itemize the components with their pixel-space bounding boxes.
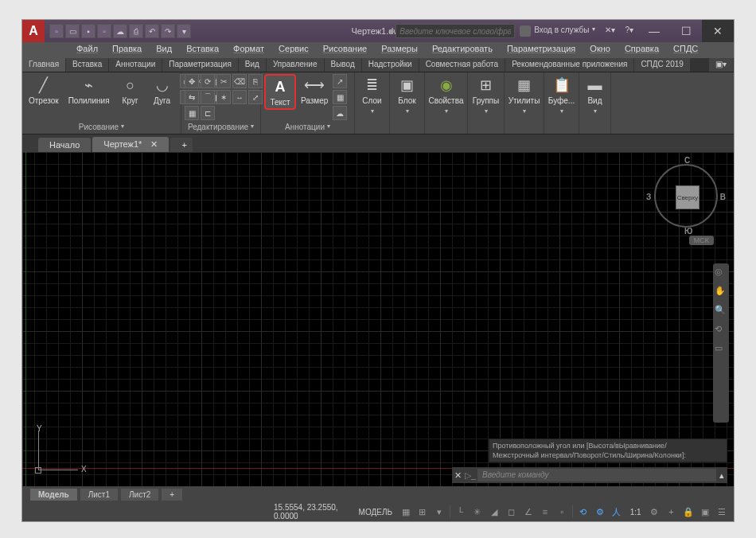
- qat-print-icon[interactable]: ⎙: [129, 24, 143, 38]
- menu-tools[interactable]: Сервис: [272, 42, 315, 58]
- tab-insert[interactable]: Вставка: [66, 58, 109, 72]
- login-button[interactable]: Вход в службы ▾: [520, 25, 595, 42]
- cmdline-expand-icon[interactable]: ▴: [716, 470, 727, 481]
- qat-cloud-icon[interactable]: ☁: [113, 24, 127, 38]
- exchange-icon[interactable]: ✕▾: [605, 25, 615, 42]
- menu-dims[interactable]: Размеры: [375, 42, 424, 58]
- block-button[interactable]: ▣Блок: [393, 74, 421, 107]
- ribbon-collapse-icon[interactable]: ▣▾: [709, 58, 734, 72]
- tab-collab[interactable]: Совместная работа: [419, 58, 506, 72]
- tab-drawing1[interactable]: Чертеж1* ✕: [92, 137, 169, 152]
- qat-saveas-icon[interactable]: ▫: [97, 24, 111, 38]
- sb-custom-icon[interactable]: ☰: [715, 505, 729, 519]
- nav-show-icon[interactable]: ▭: [715, 343, 727, 356]
- menu-file[interactable]: Файл: [70, 42, 104, 58]
- sb-more-icon[interactable]: ▾: [433, 505, 446, 519]
- layers-button[interactable]: ≣Слои: [358, 74, 386, 107]
- offset-icon[interactable]: ⊏: [201, 106, 215, 120]
- sb-model-label[interactable]: МОДЕЛЬ: [356, 508, 396, 517]
- sb-scale[interactable]: 1:1: [627, 508, 645, 517]
- sb-lock-icon[interactable]: 🔒: [681, 505, 695, 519]
- tab-addins[interactable]: Надстройки: [362, 58, 419, 72]
- clipboard-button[interactable]: 📋Буфе...: [548, 74, 575, 107]
- sb-fullscreen-icon[interactable]: ▣: [698, 505, 711, 519]
- groups-button[interactable]: ⊞Группы: [471, 74, 501, 107]
- sb-grid-icon[interactable]: ▦: [399, 505, 412, 519]
- tab-sheet1[interactable]: Лист1: [80, 489, 118, 501]
- qat-undo-icon[interactable]: ↶: [145, 24, 159, 38]
- menu-view[interactable]: Вид: [150, 42, 178, 58]
- menu-edit[interactable]: Правка: [106, 42, 148, 58]
- menu-draw[interactable]: Рисование: [317, 42, 373, 58]
- wcs-label[interactable]: МСК: [689, 236, 714, 245]
- sb-ann-icon[interactable]: ⚙: [593, 505, 606, 519]
- close-button[interactable]: ✕: [702, 20, 734, 42]
- array-icon[interactable]: ▦: [185, 106, 199, 120]
- cmdline-close-icon[interactable]: ✕: [452, 470, 463, 481]
- erase-icon[interactable]: ⌫: [232, 74, 247, 88]
- tab-annotate[interactable]: Аннотации: [109, 58, 162, 72]
- nav-wheel-icon[interactable]: ◎: [715, 267, 727, 279]
- line-button[interactable]: ╱Отрезок: [25, 74, 62, 107]
- stretch-icon[interactable]: ↔: [232, 90, 247, 104]
- sb-osnap-icon[interactable]: ◻: [505, 505, 518, 519]
- tab-model[interactable]: Модель: [30, 489, 77, 501]
- vc-east[interactable]: В: [720, 193, 726, 201]
- move-icon[interactable]: ✥: [185, 74, 199, 88]
- sb-snap-icon[interactable]: ⊞: [415, 505, 429, 519]
- nav-zoom-icon[interactable]: 🔍: [715, 305, 727, 318]
- help-icon[interactable]: ?▾: [625, 25, 633, 42]
- qat-new-icon[interactable]: ▫: [49, 24, 64, 38]
- sb-otrack-icon[interactable]: ∠: [521, 505, 535, 519]
- table-icon[interactable]: ▦: [333, 90, 347, 104]
- tab-param[interactable]: Параметризация: [162, 58, 239, 72]
- text-button[interactable]: AТекст: [264, 74, 296, 110]
- menu-spds[interactable]: СПДС: [667, 42, 704, 58]
- menu-insert[interactable]: Вставка: [180, 42, 225, 58]
- app-logo[interactable]: A: [22, 20, 45, 42]
- tab-start[interactable]: Начало: [38, 138, 91, 152]
- tab-spds[interactable]: СПДС 2019: [634, 58, 690, 72]
- nav-orbit-icon[interactable]: ⟲: [715, 324, 727, 337]
- vc-west[interactable]: З: [646, 193, 651, 201]
- tab-sheet2[interactable]: Лист2: [121, 489, 158, 501]
- circle-button[interactable]: ○Круг: [116, 74, 145, 107]
- mirror-icon[interactable]: ⇆: [185, 90, 199, 104]
- qat-save-icon[interactable]: ▪: [81, 24, 95, 38]
- sb-ortho-icon[interactable]: └: [454, 505, 467, 519]
- menu-format[interactable]: Формат: [227, 42, 271, 58]
- sb-polar-icon[interactable]: ✳: [470, 505, 484, 519]
- panel-annot-label[interactable]: Аннотации▾: [264, 122, 351, 132]
- sb-cycle-icon[interactable]: ⟲: [576, 505, 590, 519]
- menu-param[interactable]: Параметризация: [501, 42, 582, 58]
- viewcube-top[interactable]: Сверху: [676, 185, 699, 209]
- tab-manage[interactable]: Управление: [267, 58, 325, 72]
- cmdline-prompt-icon[interactable]: ▷_: [463, 470, 477, 481]
- drawing-canvas[interactable]: Y X С Ю В З Сверху МСК ◎ ✋ 🔍 ⟲ ▭ Противо…: [22, 152, 734, 486]
- qat-more-icon[interactable]: ▾: [177, 24, 191, 38]
- polyline-button[interactable]: ⌁Полилиния: [65, 74, 113, 107]
- props-button[interactable]: ◉Свойства: [428, 74, 464, 107]
- sb-ws-icon[interactable]: ⚙: [648, 505, 661, 519]
- panel-draw-label[interactable]: Рисование▾: [25, 122, 177, 132]
- sb-annscale-icon[interactable]: 人: [610, 505, 623, 519]
- trim-icon[interactable]: ✂: [216, 74, 231, 88]
- tab-home[interactable]: Главная: [22, 58, 66, 72]
- command-input[interactable]: Введите команду: [477, 469, 716, 481]
- sb-lwt-icon[interactable]: ≡: [538, 505, 551, 519]
- search-input[interactable]: [396, 24, 515, 38]
- dimension-button[interactable]: ⟷Размер: [298, 74, 331, 107]
- qat-redo-icon[interactable]: ↷: [161, 24, 175, 38]
- fillet-icon[interactable]: ⌒: [201, 90, 215, 104]
- sb-trans-icon[interactable]: ▫: [555, 505, 569, 519]
- tab-output[interactable]: Вывод: [325, 58, 362, 72]
- nav-pan-icon[interactable]: ✋: [715, 286, 727, 298]
- panel-modify-label[interactable]: Редактирование▾: [185, 122, 257, 132]
- tab-featured[interactable]: Рекомендованные приложения: [505, 58, 634, 72]
- menu-window[interactable]: Окно: [583, 42, 617, 58]
- tab-view[interactable]: Вид: [239, 58, 267, 72]
- sb-iso-icon[interactable]: ◢: [487, 505, 501, 519]
- leader-icon[interactable]: ↗: [333, 74, 347, 88]
- qat-open-icon[interactable]: ▭: [65, 24, 80, 38]
- minimize-button[interactable]: —: [638, 20, 670, 42]
